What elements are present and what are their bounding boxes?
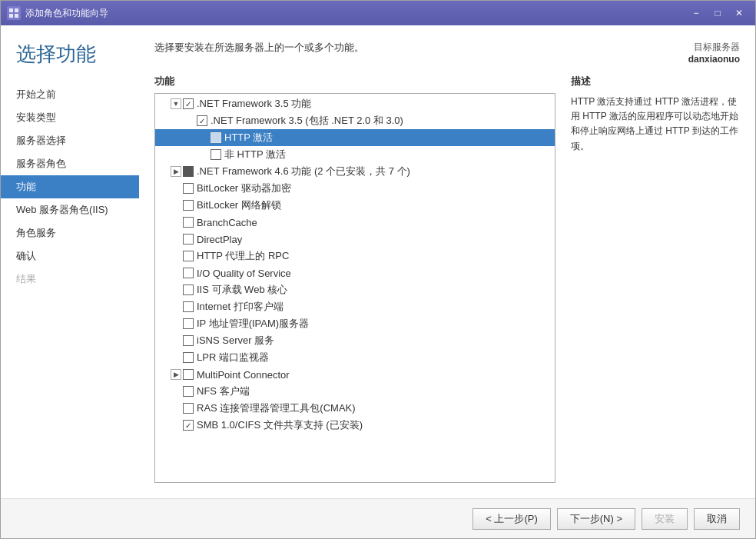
description-header: 描述 <box>571 75 740 88</box>
expand-icon[interactable]: ▼ <box>171 98 181 109</box>
feature-label: DirectPlay <box>197 234 242 245</box>
expand-placeholder <box>171 318 181 329</box>
checkbox[interactable] <box>211 149 221 160</box>
checkbox[interactable] <box>211 132 221 143</box>
feature-label: .NET Framework 3.5 (包括 .NET 2.0 和 3.0) <box>211 114 403 128</box>
checkbox[interactable] <box>183 318 194 329</box>
list-item[interactable]: HTTP 代理上的 RPC <box>155 248 555 265</box>
list-item[interactable]: iSNS Server 服务 <box>155 332 555 349</box>
feature-label: NFS 客户端 <box>197 384 250 398</box>
checkbox[interactable] <box>183 183 194 194</box>
feature-label: iSNS Server 服务 <box>197 334 274 348</box>
feature-label: .NET Framework 4.6 功能 (2 个已安装，共 7 个) <box>197 165 410 178</box>
expand-icon[interactable]: ▶ <box>171 166 181 177</box>
sidebar-item-role-services[interactable]: 角色服务 <box>1 221 139 245</box>
feature-label: BitLocker 驱动器加密 <box>197 181 291 195</box>
main-content: 选择功能 开始之前 安装类型 服务器选择 服务器角色 功能 Web 服务器角色(… <box>1 25 755 498</box>
checkbox[interactable] <box>183 335 194 346</box>
next-button[interactable]: 下一步(N) > <box>557 508 635 530</box>
checkbox[interactable] <box>183 369 194 380</box>
list-item[interactable]: ▶ MultiPoint Connector <box>155 366 555 383</box>
list-item[interactable]: NFS 客户端 <box>155 383 555 400</box>
maximize-button[interactable]: □ <box>708 5 728 21</box>
expand-placeholder <box>171 403 181 414</box>
list-item[interactable]: RAS 连接管理器管理工具包(CMAK) <box>155 400 555 417</box>
install-button[interactable]: 安装 <box>642 508 688 530</box>
expand-placeholder <box>171 420 181 431</box>
main-window: 添加角色和功能向导 − □ ✕ 选择功能 开始之前 安装类型 服务器选择 服务器… <box>0 0 756 539</box>
description-panel: 描述 HTTP 激活支持通过 HTTP 激活进程，使用 HTTP 激活的应用程序… <box>571 75 740 483</box>
feature-label: 非 HTTP 激活 <box>224 148 286 161</box>
expand-placeholder <box>171 386 181 397</box>
svg-rect-1 <box>15 8 18 12</box>
list-item[interactable]: ✓ .NET Framework 3.5 (包括 .NET 2.0 和 3.0) <box>155 112 555 129</box>
list-item[interactable]: ▼ ✓ .NET Framework 3.5 功能 <box>155 95 555 112</box>
list-item[interactable]: BitLocker 驱动器加密 <box>155 180 555 197</box>
right-panel: 选择要安装在所选服务器上的一个或多个功能。 目标服务器 danxiaonuo 功… <box>139 25 755 498</box>
sidebar: 选择功能 开始之前 安装类型 服务器选择 服务器角色 功能 Web 服务器角色(… <box>1 25 139 498</box>
checkbox[interactable] <box>183 403 194 414</box>
expand-placeholder <box>198 132 209 143</box>
checkbox[interactable] <box>183 284 194 295</box>
sidebar-item-features[interactable]: 功能 <box>1 175 139 198</box>
feature-label: IP 地址管理(IPAM)服务器 <box>197 317 309 331</box>
list-item[interactable]: BitLocker 网络解锁 <box>155 197 555 214</box>
list-item[interactable]: ▶ .NET Framework 4.6 功能 (2 个已安装，共 7 个) <box>155 163 555 180</box>
checkbox[interactable] <box>183 268 194 278</box>
feature-label: IIS 可承载 Web 核心 <box>197 283 287 297</box>
checkbox[interactable] <box>183 234 194 245</box>
checkbox[interactable]: ✓ <box>183 420 194 431</box>
sidebar-item-web-server[interactable]: Web 服务器角色(IIS) <box>1 198 139 221</box>
sidebar-item-confirm[interactable]: 确认 <box>1 245 139 268</box>
sidebar-item-start[interactable]: 开始之前 <box>1 83 139 106</box>
list-item[interactable]: 非 HTTP 激活 <box>155 146 555 163</box>
expand-placeholder <box>171 251 181 261</box>
checkbox[interactable] <box>183 200 194 211</box>
columns: 功能 ▼ ✓ .NET Framework 3.5 功能 ✓ .NET F <box>154 75 740 483</box>
sidebar-item-server-select[interactable]: 服务器选择 <box>1 129 139 152</box>
sidebar-item-install-type[interactable]: 安装类型 <box>1 106 139 129</box>
feature-label: HTTP 代理上的 RPC <box>197 249 289 263</box>
list-item[interactable]: LPR 端口监视器 <box>155 349 555 366</box>
expand-icon[interactable]: ▶ <box>171 369 181 380</box>
target-server: 目标服务器 danxiaonuo <box>688 41 740 65</box>
list-item[interactable]: I/O Quality of Service <box>155 265 555 281</box>
sidebar-item-server-roles[interactable]: 服务器角色 <box>1 152 139 175</box>
svg-rect-2 <box>9 14 13 18</box>
target-server-label: 目标服务器 <box>688 41 740 54</box>
checkbox[interactable] <box>183 386 194 397</box>
checkbox[interactable] <box>183 301 194 312</box>
list-item[interactable]: HTTP 激活 <box>155 129 555 146</box>
cancel-button[interactable]: 取消 <box>694 508 740 530</box>
expand-placeholder <box>171 284 181 295</box>
feature-list[interactable]: ▼ ✓ .NET Framework 3.5 功能 ✓ .NET Framewo… <box>154 93 555 483</box>
list-item[interactable]: IIS 可承载 Web 核心 <box>155 281 555 298</box>
title-bar-buttons: − □ ✕ <box>686 5 749 21</box>
feature-label: HTTP 激活 <box>224 131 273 145</box>
checkbox[interactable] <box>183 352 194 363</box>
checkbox[interactable]: ✓ <box>197 115 207 126</box>
list-item[interactable]: ✓ SMB 1.0/CIFS 文件共享支持 (已安装) <box>155 417 555 434</box>
expand-placeholder <box>171 301 181 312</box>
title-bar: 添加角色和功能向导 − □ ✕ <box>1 1 755 25</box>
list-item[interactable]: IP 地址管理(IPAM)服务器 <box>155 315 555 332</box>
checkbox[interactable]: ✓ <box>183 98 194 109</box>
target-server-name: danxiaonuo <box>688 54 740 65</box>
feature-label: MultiPoint Connector <box>197 369 290 381</box>
feature-list-header: 功能 <box>154 75 555 88</box>
expand-placeholder <box>171 200 181 211</box>
close-button[interactable]: ✕ <box>729 5 749 21</box>
list-item[interactable]: BranchCache <box>155 214 555 231</box>
back-button[interactable]: < 上一步(P) <box>472 508 551 530</box>
expand-placeholder <box>171 335 181 346</box>
checkbox[interactable] <box>183 217 194 228</box>
list-item[interactable]: Internet 打印客户端 <box>155 298 555 315</box>
feature-label: .NET Framework 3.5 功能 <box>197 97 311 111</box>
checkbox[interactable] <box>183 166 194 177</box>
feature-label: RAS 连接管理器管理工具包(CMAK) <box>197 401 356 415</box>
checkbox[interactable] <box>183 251 194 261</box>
feature-label: BitLocker 网络解锁 <box>197 198 281 212</box>
sidebar-item-results: 结果 <box>1 268 139 291</box>
minimize-button[interactable]: − <box>686 5 706 21</box>
list-item[interactable]: DirectPlay <box>155 231 555 248</box>
